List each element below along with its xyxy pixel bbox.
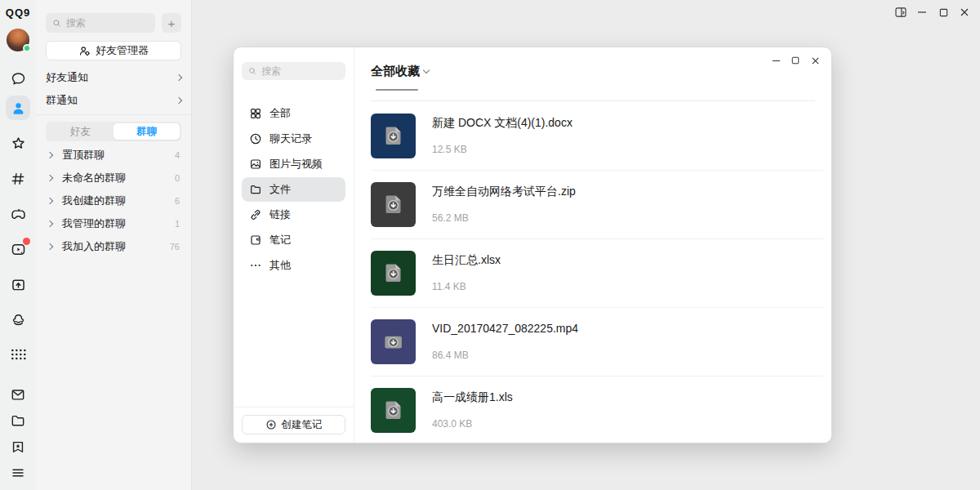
search-input[interactable] <box>66 17 149 29</box>
nav-links[interactable]: 链接 <box>242 203 345 227</box>
group-notice-label: 群通知 <box>46 93 78 108</box>
dialog-search-input[interactable] <box>261 65 339 77</box>
collections-dialog: 全部 聊天记录 图片与视频 文件 链接 笔记 其他 创 <box>233 47 832 443</box>
file-row-xlsx[interactable]: 生日汇总.xlsx 11.4 KB <box>354 238 831 307</box>
add-button[interactable]: + <box>162 13 181 33</box>
divider <box>36 114 191 115</box>
maximize-button[interactable] <box>933 3 954 21</box>
group-row-managed[interactable]: 我管理的群聊 1 <box>36 212 191 235</box>
group-row-unnamed[interactable]: 未命名的群聊 0 <box>36 167 191 189</box>
file-tile-document-icon <box>371 114 416 158</box>
group-count: 0 <box>175 173 180 183</box>
chevron-down-icon <box>423 67 430 74</box>
link-icon <box>249 208 262 221</box>
tab-groups[interactable]: 群聊 <box>114 123 180 140</box>
video-icon[interactable] <box>6 237 30 261</box>
file-tile-document-icon <box>371 251 416 296</box>
collection-filter-dropdown[interactable]: 全部收藏 <box>371 64 429 79</box>
chevron-right-icon <box>47 198 53 204</box>
ellipsis-icon <box>249 259 262 272</box>
left-rail: QQ9 <box>0 0 36 490</box>
friend-manager-icon <box>78 45 91 57</box>
note-icon <box>249 234 262 247</box>
friend-notice-label: 好友通知 <box>46 70 88 85</box>
contacts-icon[interactable] <box>6 96 30 120</box>
file-row-mp4[interactable]: VID_20170427_082225.mp4 86.4 MB <box>354 307 831 376</box>
chevron-right-icon <box>47 243 53 250</box>
file-tile-document-icon <box>371 182 416 227</box>
file-row-zip[interactable]: 万维全自动网络考试平台.zip 56.2 MB <box>354 170 831 238</box>
search-box[interactable] <box>46 13 155 33</box>
nav-label: 图片与视频 <box>270 157 323 172</box>
channels-hash-icon[interactable] <box>6 167 30 191</box>
search-icon <box>52 18 61 29</box>
file-row-docx[interactable]: 新建 DOCX 文档(4)(1).docx 12.5 KB <box>354 101 831 170</box>
file-tile-video-icon <box>371 319 416 364</box>
chevron-right-icon <box>47 220 53 227</box>
group-count: 76 <box>170 242 180 252</box>
dialog-maximize-button[interactable] <box>786 52 805 69</box>
group-row-created[interactable]: 我创建的群聊 6 <box>36 189 191 212</box>
nav-all[interactable]: 全部 <box>242 101 345 126</box>
dialog-sidebar: 全部 聊天记录 图片与视频 文件 链接 笔记 其他 创 <box>234 47 354 443</box>
file-tile-document-icon <box>371 388 416 433</box>
nav-label: 聊天记录 <box>270 131 312 146</box>
notification-badge <box>23 238 30 245</box>
friend-manager-label: 好友管理器 <box>96 43 149 58</box>
tab-friends[interactable]: 好友 <box>47 123 114 140</box>
minimize-button[interactable] <box>911 3 933 21</box>
friend-notice-row[interactable]: 好友通知 <box>46 67 181 88</box>
nav-label: 其他 <box>270 258 291 273</box>
game-controller-icon[interactable] <box>6 202 30 226</box>
mail-icon[interactable] <box>6 382 30 407</box>
nav-notes[interactable]: 笔记 <box>242 228 345 252</box>
group-count: 6 <box>175 196 180 206</box>
nav-label: 链接 <box>270 207 291 222</box>
chat-icon[interactable] <box>6 66 30 91</box>
world-icon[interactable] <box>6 272 30 296</box>
group-count: 4 <box>175 150 180 160</box>
qq-logo: QQ9 <box>6 7 30 19</box>
grid-icon <box>249 107 262 120</box>
chevron-right-icon <box>47 152 53 158</box>
menu-icon[interactable] <box>6 461 30 485</box>
plus-circle-icon <box>265 419 277 430</box>
dialog-close-button[interactable] <box>805 52 825 69</box>
folder-icon[interactable] <box>6 408 30 433</box>
create-note-label: 创建笔记 <box>282 418 323 432</box>
mini-mode-icon[interactable] <box>890 3 911 21</box>
nav-label: 文件 <box>270 182 291 197</box>
file-row-xls[interactable]: 高一成绩册1.xls 403.0 KB <box>354 376 831 443</box>
user-avatar[interactable] <box>7 29 29 51</box>
chevron-right-icon <box>47 175 53 181</box>
more-grid-icon[interactable] <box>6 342 30 367</box>
nav-files[interactable]: 文件 <box>242 177 345 202</box>
nav-other[interactable]: 其他 <box>242 253 345 278</box>
nav-images-videos[interactable]: 图片与视频 <box>242 152 345 176</box>
dialog-minimize-button[interactable] <box>766 52 786 69</box>
penguin-icon[interactable] <box>6 307 30 332</box>
group-count: 1 <box>175 219 180 229</box>
favorites-bookmark-icon[interactable] <box>6 434 30 459</box>
image-icon <box>249 158 262 171</box>
contacts-panel: + 好友管理器 好友通知 群通知 好友 群聊 置顶群聊 4 未命名的群聊 0 我… <box>36 0 192 490</box>
dialog-search-box[interactable] <box>242 62 345 80</box>
nav-chat-history[interactable]: 聊天记录 <box>242 127 345 151</box>
group-list: 置顶群聊 4 未命名的群聊 0 我创建的群聊 6 我管理的群聊 1 我加入的群聊… <box>36 144 191 258</box>
nav-label: 全部 <box>270 106 291 121</box>
collection-filter-label: 全部收藏 <box>371 64 420 79</box>
active-tab-indicator <box>376 89 418 91</box>
folder-icon <box>249 183 262 196</box>
chevron-right-icon <box>176 74 182 81</box>
group-row-pinned[interactable]: 置顶群聊 4 <box>36 144 191 167</box>
qzone-star-icon[interactable] <box>6 131 30 156</box>
dialog-header: 全部收藏 <box>354 47 831 101</box>
friend-manager-button[interactable]: 好友管理器 <box>46 41 181 60</box>
group-row-joined[interactable]: 我加入的群聊 76 <box>36 235 191 258</box>
nav-label: 笔记 <box>270 233 291 247</box>
close-button[interactable] <box>954 3 975 21</box>
online-status-dot <box>23 44 31 52</box>
group-notice-row[interactable]: 群通知 <box>46 90 181 111</box>
file-list: 新建 DOCX 文档(4)(1).docx 12.5 KB 万维全自动网络考试平… <box>354 101 831 443</box>
create-note-button[interactable]: 创建笔记 <box>242 415 345 434</box>
